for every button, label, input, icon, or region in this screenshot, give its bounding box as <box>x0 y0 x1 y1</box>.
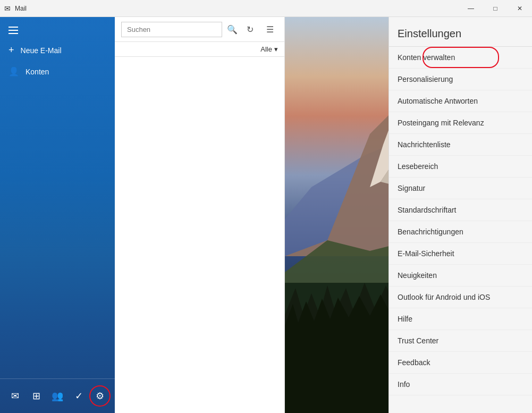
settings-icon: ⚙ <box>96 390 104 402</box>
settings-item-signatur[interactable]: Signatur <box>389 178 532 199</box>
tasks-nav-button[interactable]: ✓ <box>68 385 89 407</box>
calendar-icon: ⊞ <box>32 390 40 402</box>
settings-item-benachrichtigungen[interactable]: Benachrichtigungen <box>389 221 532 243</box>
settings-item-personalisierung[interactable]: Personalisierung <box>389 69 532 90</box>
sidebar-bottom: ✉ ⊞ 👥 ✓ ⚙ <box>0 378 115 413</box>
sidebar-spacer <box>0 86 115 378</box>
new-email-label: Neue E-Mail <box>21 46 62 55</box>
settings-item-neuigkeiten[interactable]: Neuigkeiten <box>389 265 532 286</box>
maximize-button[interactable]: □ <box>483 0 508 17</box>
close-button[interactable]: ✕ <box>508 0 532 17</box>
settings-item-posteingang-relevanz[interactable]: Posteingang mit Relevanz <box>389 112 532 134</box>
sidebar-top: + Neue E-Mail 👤 Konten <box>0 17 115 86</box>
settings-item-outlook-android-ios[interactable]: Outlook für Android und iOS <box>389 286 532 308</box>
person-icon: 👤 <box>9 66 19 77</box>
settings-item-automatische-antworten[interactable]: Automatische Antworten <box>389 90 532 112</box>
app-icon: ✉ <box>4 4 11 13</box>
people-nav-button[interactable]: 👥 <box>47 385 68 407</box>
hamburger-icon <box>9 27 18 34</box>
minimize-button[interactable]: — <box>459 0 483 17</box>
titlebar-left: ✉ Mail <box>0 4 27 13</box>
people-icon: 👥 <box>52 390 63 402</box>
filter-label: Alle <box>260 45 272 53</box>
chevron-down-icon: ▾ <box>274 45 278 53</box>
new-email-button[interactable]: + Neue E-Mail <box>0 39 115 61</box>
settings-item-konten-verwalten[interactable]: Konten verwalten <box>389 47 532 69</box>
plus-icon: + <box>9 45 14 56</box>
filter-dropdown[interactable]: Alle ▾ <box>260 45 278 53</box>
checkmark-icon: ✓ <box>75 390 83 402</box>
search-button[interactable]: 🔍 <box>226 21 238 37</box>
search-input[interactable] <box>121 22 222 37</box>
mail-icon: ✉ <box>11 390 19 402</box>
titlebar: ✉ Mail — □ ✕ <box>0 0 532 17</box>
filter-bar: Alle ▾ <box>115 42 284 57</box>
settings-item-info[interactable]: Info <box>389 374 532 395</box>
settings-items-list: Konten verwaltenPersonalisierungAutomati… <box>389 47 532 395</box>
sidebar: + Neue E-Mail 👤 Konten ✉ ⊞ 👥 ✓ ⚙ <box>0 17 115 413</box>
hamburger-button[interactable] <box>0 21 115 39</box>
settings-panel: Einstellungen Konten verwaltenPersonalis… <box>389 17 532 413</box>
settings-item-hilfe[interactable]: Hilfe <box>389 308 532 330</box>
settings-item-standardschriftart[interactable]: Standardschriftart <box>389 199 532 221</box>
settings-item-trust-center[interactable]: Trust Center <box>389 330 532 352</box>
calendar-nav-button[interactable]: ⊞ <box>26 385 47 407</box>
sync-button[interactable]: ↻ <box>242 21 258 37</box>
window-controls: — □ ✕ <box>459 0 532 17</box>
toolbar-icons: ↻ ☰ <box>242 21 278 37</box>
konten-button[interactable]: 👤 Konten <box>0 61 115 82</box>
email-list-panel: 🔍 ↻ ☰ Alle ▾ <box>115 17 285 413</box>
settings-nav-button[interactable]: ⚙ <box>89 385 111 407</box>
settings-item-nachrichtenliste[interactable]: Nachrichtenliste <box>389 134 532 156</box>
mail-nav-button[interactable]: ✉ <box>4 385 26 407</box>
konten-label: Konten <box>26 68 49 76</box>
app-title: Mail <box>15 5 27 12</box>
settings-item-lesebereich[interactable]: Lesebereich <box>389 156 532 178</box>
settings-item-email-sicherheit[interactable]: E-Mail-Sicherheit <box>389 243 532 265</box>
search-bar: 🔍 ↻ ☰ <box>115 17 284 42</box>
settings-title: Einstellungen <box>389 17 532 47</box>
settings-item-feedback[interactable]: Feedback <box>389 352 532 374</box>
filter-list-button[interactable]: ☰ <box>262 21 278 37</box>
